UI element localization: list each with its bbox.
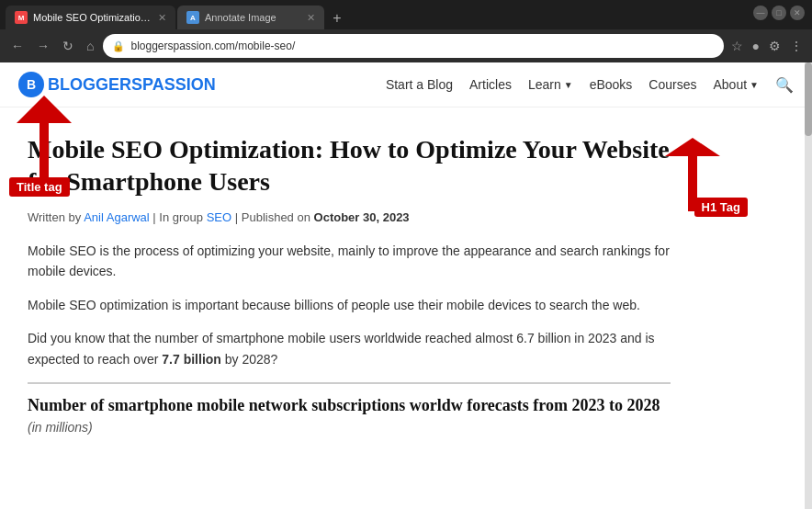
logo[interactable]: B BLOGGERSPASSION bbox=[18, 72, 216, 97]
nav-about-label: About bbox=[714, 77, 748, 92]
minimize-button[interactable]: — bbox=[753, 6, 768, 20]
paragraph-3: Did you know that the number of smartpho… bbox=[28, 328, 671, 369]
article-title: Mobile SEO Optimization: How to Optimize… bbox=[28, 133, 671, 198]
refresh-button[interactable]: ↻ bbox=[59, 37, 77, 55]
svg-marker-1 bbox=[17, 96, 72, 183]
toolbar-icons: ☆ ● ⚙ ⋮ bbox=[729, 37, 805, 55]
tab-favicon-2: A bbox=[186, 11, 199, 24]
nav-ebooks[interactable]: eBooks bbox=[590, 77, 633, 92]
subsection-title: Number of smartphone mobile network subs… bbox=[28, 395, 671, 416]
nav-learn[interactable]: Learn ▼ bbox=[528, 77, 573, 92]
tab-mobile-seo[interactable]: M Mobile SEO Optimization: 8 Be… ✕ bbox=[6, 6, 175, 29]
article-content: Mobile SEO Optimization: How to Optimize… bbox=[0, 107, 698, 453]
bookmark-icon[interactable]: ☆ bbox=[729, 37, 745, 55]
nav-courses[interactable]: Courses bbox=[648, 77, 696, 92]
h1-tag-annotation: H1 Tag bbox=[694, 198, 748, 217]
window-controls: — □ ✕ bbox=[753, 6, 805, 20]
tab-close-1[interactable]: ✕ bbox=[158, 12, 166, 24]
meta-in-group: In group bbox=[159, 210, 203, 224]
title-tag-arrow bbox=[17, 96, 72, 187]
search-icon[interactable]: 🔍 bbox=[775, 76, 794, 94]
tab-title-2: Annotate Image bbox=[205, 12, 276, 23]
subsection: Number of smartphone mobile network subs… bbox=[28, 382, 671, 435]
lock-icon: 🔒 bbox=[112, 40, 125, 52]
maximize-button[interactable]: □ bbox=[772, 6, 786, 20]
menu-icon[interactable]: ⋮ bbox=[788, 37, 805, 55]
paragraph-1: Mobile SEO is the process of optimizing … bbox=[28, 241, 671, 282]
tab-annotate[interactable]: A Annotate Image ✕ bbox=[177, 6, 324, 29]
meta-date: October 30, 2023 bbox=[314, 210, 410, 224]
title-tag-annotation: Title tag bbox=[9, 177, 70, 197]
forward-button[interactable]: → bbox=[33, 37, 53, 55]
nav-articles[interactable]: Articles bbox=[469, 77, 512, 92]
nav-learn-label: Learn bbox=[528, 77, 561, 92]
nav-links: Start a Blog Articles Learn ▼ eBooks Cou… bbox=[386, 76, 794, 94]
bold-text: 7.7 billion bbox=[162, 352, 221, 367]
paragraph-2: Mobile SEO optimization is important bec… bbox=[28, 295, 671, 315]
tab-title-1: Mobile SEO Optimization: 8 Be… bbox=[33, 12, 152, 23]
extension-icon[interactable]: ⚙ bbox=[767, 37, 783, 55]
meta-written-by: Written by bbox=[28, 210, 81, 224]
article-meta: Written by Anil Agarwal | In group SEO |… bbox=[28, 210, 671, 224]
browser-chrome: M Mobile SEO Optimization: 8 Be… ✕ A Ann… bbox=[0, 0, 812, 62]
home-button[interactable]: ⌂ bbox=[83, 37, 97, 55]
close-button[interactable]: ✕ bbox=[790, 6, 805, 20]
tab-favicon-1: M bbox=[15, 11, 28, 24]
back-button[interactable]: ← bbox=[7, 37, 28, 55]
meta-author-link[interactable]: Anil Agarwal bbox=[84, 210, 150, 224]
logo-icon: B bbox=[18, 72, 44, 97]
address-bar[interactable]: 🔒 bloggerspassion.com/mobile-seo/ bbox=[103, 34, 723, 58]
site-nav: B BLOGGERSPASSION Start a Blog Articles … bbox=[0, 62, 812, 107]
url-text: bloggerspassion.com/mobile-seo/ bbox=[130, 40, 295, 52]
nav-start-a-blog[interactable]: Start a Blog bbox=[386, 77, 453, 92]
meta-group-link[interactable]: SEO bbox=[207, 210, 231, 224]
logo-text: BLOGGERSPASSION bbox=[48, 75, 216, 95]
scrollbar-thumb[interactable] bbox=[805, 62, 812, 136]
scrollbar[interactable] bbox=[805, 62, 812, 509]
new-tab-button[interactable]: + bbox=[326, 7, 348, 29]
nav-about-arrow-icon: ▼ bbox=[750, 80, 759, 90]
address-bar-row: ← → ↻ ⌂ 🔒 bloggerspassion.com/mobile-seo… bbox=[0, 29, 812, 62]
tab-bar: M Mobile SEO Optimization: 8 Be… ✕ A Ann… bbox=[0, 0, 812, 29]
article-body: Mobile SEO is the process of optimizing … bbox=[28, 241, 671, 369]
tab-close-2[interactable]: ✕ bbox=[307, 12, 315, 24]
website: B BLOGGERSPASSION Start a Blog Articles … bbox=[0, 62, 812, 453]
nav-learn-arrow-icon: ▼ bbox=[564, 80, 573, 90]
meta-published: Published on bbox=[242, 210, 310, 224]
subsection-subtitle: (in millions) bbox=[28, 420, 671, 435]
profile-icon[interactable]: ● bbox=[750, 37, 761, 55]
nav-about[interactable]: About ▼ bbox=[714, 77, 760, 92]
